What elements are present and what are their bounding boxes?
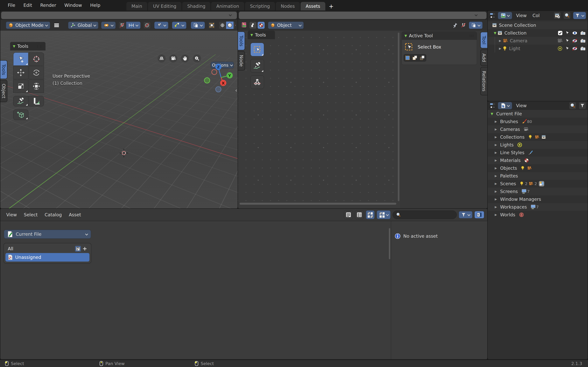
pan-view-button[interactable]: [181, 54, 189, 63]
catalog-all-row[interactable]: All: [5, 244, 89, 253]
tool-cursor[interactable]: [29, 52, 44, 66]
asset-menu-select[interactable]: Select: [21, 211, 40, 218]
catalog-unassigned-row[interactable]: Unassigned: [5, 253, 89, 262]
select-mode-set-button[interactable]: [404, 54, 411, 61]
snap-off-magnet-icon[interactable]: [461, 23, 466, 28]
expand-icon[interactable]: ▶: [493, 205, 498, 209]
chevron-down-icon[interactable]: [475, 13, 478, 16]
camera-render-icon[interactable]: [580, 38, 586, 43]
camera-render-icon[interactable]: [580, 31, 586, 35]
expand-icon[interactable]: ▶: [493, 174, 498, 178]
outliner-row-light[interactable]: ▶ Light: [488, 45, 588, 52]
expand-icon[interactable]: ▼: [493, 31, 497, 35]
tab-uv-editing[interactable]: UV Editing: [148, 2, 182, 10]
tool-transform[interactable]: [29, 80, 44, 93]
expand-icon[interactable]: ▶: [498, 39, 502, 42]
texture-type-material-button[interactable]: [258, 22, 265, 29]
new-collection-button[interactable]: [553, 12, 561, 19]
blend-file-root-row[interactable]: ▼ Current File: [488, 110, 588, 118]
filter-dropdown[interactable]: [573, 12, 586, 19]
checkbox-checked-icon[interactable]: [558, 31, 563, 35]
node-canvas[interactable]: Tools Node ▼ Tools: [238, 31, 487, 208]
tool-annotate[interactable]: [13, 96, 28, 106]
node-vertical-scrollbar[interactable]: [398, 33, 399, 201]
blend-file-row-collections[interactable]: ▶ Collections: [488, 133, 588, 141]
pin-icon[interactable]: [453, 22, 458, 28]
editor-type-texture-icon[interactable]: [242, 22, 247, 29]
select-mode-subtract-button[interactable]: [419, 54, 426, 61]
node-tool-settings-field[interactable]: [239, 12, 486, 19]
tab-shading[interactable]: Shading: [182, 2, 210, 10]
menu-help[interactable]: Help: [87, 2, 103, 8]
search-button[interactable]: [563, 12, 571, 19]
search-button[interactable]: [569, 102, 576, 109]
eye-hidden-icon[interactable]: [572, 46, 578, 51]
display-horizontal-list-button[interactable]: [355, 210, 364, 219]
menu-window[interactable]: Window: [62, 2, 85, 8]
tool-rotate[interactable]: [29, 66, 44, 79]
proportional-editing-button[interactable]: [143, 22, 151, 29]
orientation-dropdown[interactable]: Global: [68, 22, 98, 29]
selectable-cursor-icon[interactable]: [565, 31, 569, 35]
expand-icon[interactable]: ▶: [493, 198, 498, 201]
expand-icon[interactable]: ▶: [498, 47, 502, 50]
blend-file-row-objects[interactable]: ▶ Objects: [488, 164, 588, 172]
asset-area-scrollbar[interactable]: [389, 228, 390, 259]
pivot-point-dropdown[interactable]: [101, 22, 116, 29]
blend-file-row-palettes[interactable]: ▶ Palettes: [488, 172, 588, 180]
editor-type-dropdown[interactable]: [498, 12, 512, 19]
node-horizontal-scrollbar[interactable]: [240, 203, 396, 205]
xray-toggle-button[interactable]: [208, 22, 216, 29]
save-catalog-icon[interactable]: [75, 246, 81, 252]
node-overlays-dropdown[interactable]: [469, 22, 483, 29]
tab-main[interactable]: Main: [126, 2, 147, 10]
expand-icon[interactable]: ▼: [490, 112, 494, 116]
tool-annotate[interactable]: [251, 59, 264, 73]
tool-links-cut[interactable]: [251, 75, 264, 89]
menu-render[interactable]: Render: [37, 2, 59, 8]
texture-type-object-button[interactable]: [249, 22, 257, 29]
camera-view-button[interactable]: [169, 54, 177, 63]
expand-icon[interactable]: ▶: [493, 120, 498, 123]
outliner-menu-view[interactable]: View: [514, 13, 529, 18]
shading-solid-button[interactable]: [226, 22, 233, 29]
menu-edit[interactable]: Edit: [21, 2, 35, 8]
display-vertical-list-button[interactable]: [344, 210, 353, 219]
outliner-menu-col[interactable]: Col: [531, 13, 542, 18]
add-workspace-button[interactable]: +: [326, 2, 336, 10]
tool-measure[interactable]: [29, 96, 44, 106]
shading-wireframe-button[interactable]: [219, 22, 226, 29]
tab-animation[interactable]: Animation: [211, 2, 244, 10]
expand-icon[interactable]: ▶: [493, 182, 498, 185]
tab-add[interactable]: Add: [480, 50, 487, 66]
expand-icon[interactable]: ▶: [493, 151, 498, 154]
expand-icon[interactable]: ▶: [493, 159, 498, 162]
asset-menu-view[interactable]: View: [3, 211, 20, 218]
viewport-tool-settings-field[interactable]: [1, 12, 237, 19]
snap-toggle-button[interactable]: [118, 22, 126, 29]
visibility-dropdown[interactable]: [154, 22, 168, 29]
expand-icon[interactable]: ▶: [493, 213, 498, 217]
tools-panel-header[interactable]: ▼ Tools ⋮⋮: [10, 42, 45, 50]
outliner-row-camera[interactable]: ▶ Camera: [488, 37, 588, 45]
tab-object[interactable]: Object: [0, 80, 7, 102]
snap-target-dropdown[interactable]: [126, 22, 141, 29]
tool-tweak-select[interactable]: [13, 52, 28, 66]
eye-visible-icon[interactable]: [572, 31, 578, 35]
tab-tools[interactable]: Tools: [238, 32, 245, 50]
selectable-cursor-icon[interactable]: [565, 46, 569, 51]
expand-icon[interactable]: ▶: [493, 190, 498, 193]
blend-file-row-brushes[interactable]: ▶ Brushes 80: [488, 118, 588, 125]
outliner-row-scene-collection[interactable]: Scene Collection: [488, 21, 588, 29]
viewport-canvas[interactable]: User Perspective (1) Collection Tools Ob…: [0, 31, 238, 208]
editor-type-dropdown[interactable]: [498, 102, 512, 109]
chevron-down-icon[interactable]: [229, 13, 232, 16]
blend-file-menu-view[interactable]: View: [514, 103, 529, 108]
tab-node[interactable]: Node: [238, 51, 245, 70]
tab-tools[interactable]: Tools: [0, 60, 7, 79]
toggle-sidebar-button[interactable]: [475, 211, 484, 218]
tab-relations[interactable]: Relations: [480, 67, 487, 95]
add-catalog-icon[interactable]: [82, 246, 87, 251]
tab-assets[interactable]: Assets: [301, 2, 325, 10]
display-mode-toggle-icon[interactable]: [489, 12, 496, 19]
